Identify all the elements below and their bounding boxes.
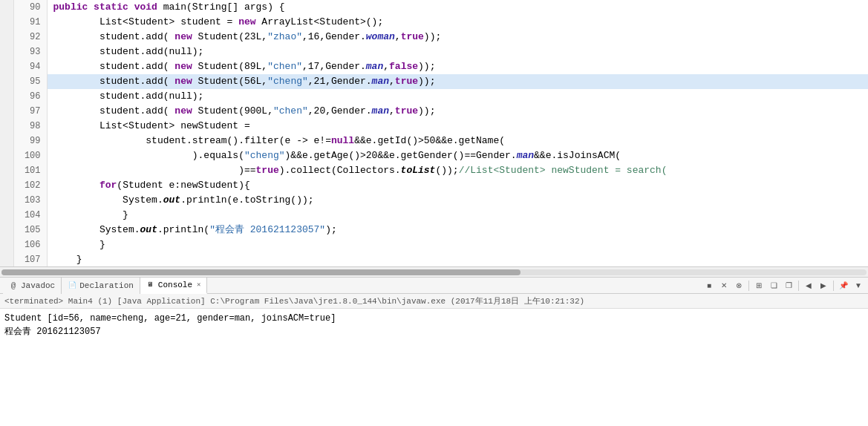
- code-segment: ,: [383, 61, 389, 72]
- view-menu-btn[interactable]: ▼: [852, 279, 865, 292]
- line-code-97[interactable]: student.add( new Student(900L,"chen",20,…: [47, 104, 868, 119]
- scrollbar-thumb[interactable]: [1, 269, 521, 275]
- code-line-96: 96 student.add(null);: [0, 89, 868, 104]
- line-number-106: 106: [13, 237, 47, 252]
- code-segment: }: [53, 239, 105, 250]
- line-gutter-97: [0, 104, 13, 119]
- tab-console[interactable]: 🖥 Console ✕: [140, 278, 208, 294]
- code-segment: //List<Student> newStudent = search(: [459, 165, 668, 176]
- code-line-98: 98 List<Student> newStudent =: [0, 119, 868, 134]
- line-number-101: 101: [13, 163, 47, 178]
- line-code-90[interactable]: public static void main(String[] args) {: [47, 0, 868, 15]
- code-segment: ));: [424, 31, 441, 42]
- code-line-107: 107 }: [0, 252, 868, 266]
- line-code-106[interactable]: }: [47, 237, 868, 252]
- line-gutter-94: [0, 59, 13, 74]
- line-code-107[interactable]: }: [47, 252, 868, 266]
- code-segment: student.add(: [53, 31, 175, 42]
- line-gutter-96: [0, 89, 13, 104]
- line-code-103[interactable]: System.out.println(e.toString());: [47, 193, 868, 208]
- line-code-92[interactable]: student.add( new Student(23L,"zhao",16,G…: [47, 30, 868, 45]
- line-number-95: 95: [13, 74, 47, 89]
- remove-all-btn[interactable]: ⊗: [732, 279, 745, 292]
- code-segment: new: [174, 76, 198, 87]
- code-segment: Student(56L,: [198, 76, 268, 87]
- line-code-102[interactable]: for(Student e:newStudent){: [47, 178, 868, 193]
- code-segment: void: [134, 1, 163, 13]
- console-output: Student [id=56, name=cheng, age=21, gend…: [0, 309, 868, 426]
- line-number-94: 94: [13, 59, 47, 74]
- prev-btn[interactable]: ◀: [802, 279, 815, 292]
- code-segment: ,21,Gender.: [308, 76, 372, 87]
- next-btn[interactable]: ▶: [817, 279, 830, 292]
- declaration-icon: 📄: [68, 281, 76, 290]
- console-close-icon[interactable]: ✕: [197, 281, 200, 289]
- code-segment: ).collect(Collectors.: [279, 165, 401, 176]
- code-line-95: 95 student.add( new Student(56L,"cheng",…: [0, 74, 868, 89]
- code-segment: student.add(: [53, 61, 175, 72]
- line-gutter-99: [0, 134, 13, 148]
- code-segment: ,20,Gender.: [308, 105, 372, 117]
- line-code-100[interactable]: ).equals("cheng")&&e.getAge()>20&&e.getG…: [47, 148, 868, 163]
- console-toolbar: ■ ✕ ⊗ ⊞ ❏ ❐ ◀ ▶ 📌 ▼: [699, 278, 868, 294]
- line-code-99[interactable]: student.stream().filter(e -> e!=null&&e.…: [47, 134, 868, 148]
- line-code-104[interactable]: }: [47, 208, 868, 223]
- line-code-101[interactable]: )==true).collect(Collectors.toList());//…: [47, 163, 868, 178]
- code-segment: out: [140, 224, 157, 235]
- line-gutter-102: [0, 178, 13, 193]
- toolbar-sep1: [748, 281, 749, 291]
- line-gutter-105: [0, 223, 13, 237]
- scrollbar-track[interactable]: [1, 269, 867, 275]
- line-code-94[interactable]: student.add( new Student(89L,"chen",17,G…: [47, 59, 868, 74]
- tab-console-label: Console: [158, 281, 192, 289]
- code-segment: Student(89L,: [198, 61, 268, 72]
- line-code-96[interactable]: student.add(null);: [47, 89, 868, 104]
- paste-btn[interactable]: ❐: [782, 279, 795, 292]
- code-segment: ,16,Gender.: [302, 31, 366, 42]
- line-code-98[interactable]: List<Student> newStudent =: [47, 119, 868, 134]
- terminate-btn[interactable]: ■: [702, 279, 716, 292]
- console-output-line1: Student [id=56, name=cheng, age=21, gend…: [4, 313, 336, 324]
- line-number-96: 96: [13, 89, 47, 104]
- code-scroll-area[interactable]: 90public static void main(String[] args)…: [0, 0, 868, 266]
- line-gutter-90: [0, 0, 13, 15]
- line-gutter-107: [0, 252, 13, 266]
- toolbar-sep2: [798, 281, 799, 291]
- code-segment: ,17,Gender.: [302, 61, 366, 72]
- code-segment: man: [372, 76, 389, 87]
- code-segment: new: [238, 16, 261, 27]
- code-segment: ,: [389, 76, 395, 87]
- code-segment: "程会青 201621123057": [209, 224, 325, 235]
- code-line-105: 105 System.out.println("程会青 201621123057…: [0, 223, 868, 237]
- code-editor: 90public static void main(String[] args)…: [0, 0, 868, 278]
- console-line-1: Student [id=56, name=cheng, age=21, gend…: [4, 312, 864, 325]
- line-number-93: 93: [13, 45, 47, 59]
- tab-declaration[interactable]: 📄 Declaration: [62, 278, 140, 294]
- code-lines-table: 90public static void main(String[] args)…: [0, 0, 868, 266]
- pin-btn[interactable]: 📌: [837, 279, 850, 292]
- line-code-93[interactable]: student.add(null);: [47, 45, 868, 59]
- line-number-99: 99: [13, 134, 47, 148]
- line-code-105[interactable]: System.out.println("程会青 201621123057");: [47, 223, 868, 237]
- code-segment: new: [174, 31, 198, 42]
- code-segment: ,: [389, 105, 395, 117]
- copy-btn[interactable]: ❏: [767, 279, 780, 292]
- tab-javadoc[interactable]: @ Javadoc: [3, 278, 62, 294]
- code-segment: "chen": [267, 61, 302, 72]
- code-line-99: 99 student.stream().filter(e -> e!=null&…: [0, 134, 868, 148]
- code-segment: main(String[] args) {: [163, 1, 285, 13]
- line-code-91[interactable]: List<Student> student = new ArrayList<St…: [47, 15, 868, 30]
- code-segment: );: [325, 224, 337, 235]
- line-number-104: 104: [13, 208, 47, 223]
- code-line-94: 94 student.add( new Student(89L,"chen",1…: [0, 59, 868, 74]
- line-gutter-98: [0, 119, 13, 134]
- code-line-90: 90public static void main(String[] args)…: [0, 0, 868, 15]
- horizontal-scrollbar[interactable]: [0, 266, 868, 277]
- new-console-btn[interactable]: ⊞: [752, 279, 766, 292]
- line-code-95[interactable]: student.add( new Student(56L,"cheng",21,…: [47, 74, 868, 89]
- line-number-102: 102: [13, 178, 47, 193]
- remove-btn[interactable]: ✕: [717, 279, 731, 292]
- code-segment: new: [174, 105, 198, 117]
- code-segment: for: [99, 180, 117, 191]
- console-line-2: 程会青 201621123057: [4, 325, 864, 338]
